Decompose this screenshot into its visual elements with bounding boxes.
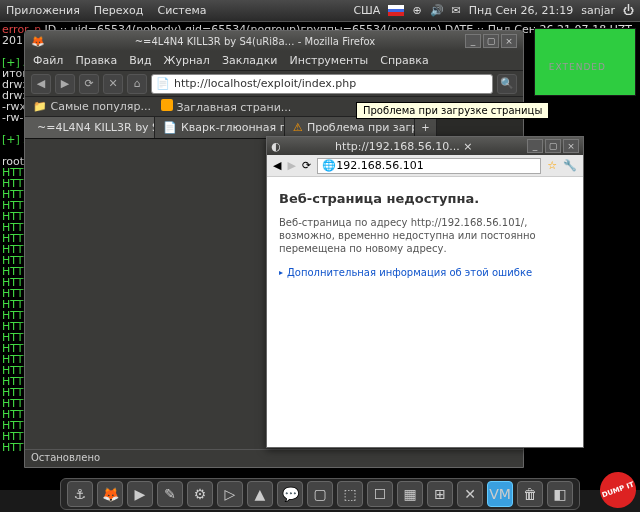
- dock: ⚓ 🦊 ▶ ✎ ⚙ ▷ ▲ 💬 ▢ ⬚ ☐ ▦ ⊞ ✕ VM 🗑 ◧: [60, 478, 580, 510]
- forward-button[interactable]: ▶: [55, 74, 75, 94]
- tooltip: Проблема при загрузке страницы: [356, 102, 549, 119]
- error-heading: Веб-страница недоступна.: [279, 191, 571, 206]
- dock-anchor-icon[interactable]: ⚓: [67, 481, 93, 507]
- window-title: http://192.168.56.10... ×: [281, 140, 527, 153]
- chromium-toolbar: ◀ ▶ ⟳ 🌐 192.168.56.101 ☆ 🔧: [267, 155, 583, 177]
- back-button[interactable]: ◀: [273, 159, 281, 172]
- clock[interactable]: Пнд Сен 26, 21:19: [469, 4, 573, 17]
- more-info-link[interactable]: Дополнительная информация об этой ошибке: [279, 267, 571, 278]
- status-bar: Остановлено: [25, 449, 523, 467]
- dock-app-icon[interactable]: ⬚: [337, 481, 363, 507]
- favicon: 📄: [156, 77, 170, 90]
- power-icon[interactable]: ⏻: [623, 4, 634, 17]
- network-icon[interactable]: ⊕: [412, 4, 421, 17]
- dock-app-icon[interactable]: ▶: [127, 481, 153, 507]
- dock-terminal-icon[interactable]: ▢: [307, 481, 333, 507]
- window-title: ~=4L4N4 KILL3R by S4(uRi8a… - Mozilla Fi…: [45, 36, 465, 47]
- home-button[interactable]: ⌂: [127, 74, 147, 94]
- url-text: http://localhost/exploit/index.php: [174, 77, 356, 90]
- user-menu[interactable]: sanjar: [581, 4, 615, 17]
- chromium-icon: ◐: [271, 140, 281, 153]
- close-button[interactable]: ×: [563, 139, 579, 153]
- dock-app-icon[interactable]: ⊞: [427, 481, 453, 507]
- extended-label: EXTENDED: [549, 62, 606, 72]
- globe-icon: 🌐: [322, 159, 336, 172]
- error-message: Веб-страница по адресу http://192.168.56…: [279, 216, 571, 255]
- menu-item[interactable]: Файл: [33, 54, 63, 67]
- omnibox[interactable]: 🌐 192.168.56.101: [317, 158, 541, 174]
- menu-item[interactable]: Инструменты: [290, 54, 369, 67]
- menu-system[interactable]: Система: [157, 4, 206, 17]
- close-button[interactable]: ×: [501, 34, 517, 48]
- tab[interactable]: ⚠Проблема при загрузке с...×: [285, 117, 415, 138]
- maximize-button[interactable]: ▢: [545, 139, 561, 153]
- dock-app-icon[interactable]: ◧: [547, 481, 573, 507]
- bookmark-star-icon[interactable]: ☆: [547, 159, 557, 172]
- dock-app-icon[interactable]: ☐: [367, 481, 393, 507]
- warning-icon: ⚠: [293, 121, 303, 134]
- chromium-window: ◐ http://192.168.56.10... × _ ▢ × ◀ ▶ ⟳ …: [266, 136, 584, 448]
- dock-app-icon[interactable]: ⚙: [187, 481, 213, 507]
- dock-play-icon[interactable]: ▷: [217, 481, 243, 507]
- firefox-icon: 🦊: [31, 35, 45, 48]
- minimize-button[interactable]: _: [527, 139, 543, 153]
- stop-button[interactable]: ✕: [103, 74, 123, 94]
- menu-item[interactable]: Правка: [75, 54, 117, 67]
- minimize-button[interactable]: _: [465, 34, 481, 48]
- search-button[interactable]: 🔍: [497, 74, 517, 94]
- dock-firefox-icon[interactable]: 🦊: [97, 481, 123, 507]
- menu-item[interactable]: Закладки: [222, 54, 278, 67]
- tab-favicon: 📄: [163, 121, 177, 134]
- menu-item[interactable]: Вид: [129, 54, 151, 67]
- maximize-button[interactable]: ▢: [483, 34, 499, 48]
- menu-item[interactable]: Журнал: [164, 54, 210, 67]
- menu-item[interactable]: Справка: [380, 54, 428, 67]
- dock-vlc-icon[interactable]: ▲: [247, 481, 273, 507]
- url-bar[interactable]: 📄 http://localhost/exploit/index.php: [151, 74, 493, 94]
- dock-trash-icon[interactable]: 🗑: [517, 481, 543, 507]
- new-tab-button[interactable]: +: [415, 117, 437, 138]
- menu-go[interactable]: Переход: [94, 4, 144, 17]
- volume-icon[interactable]: 🔊: [430, 4, 444, 17]
- error-page: Веб-страница недоступна. Веб-страница по…: [267, 177, 583, 292]
- dock-chat-icon[interactable]: 💬: [277, 481, 303, 507]
- firefox-navbar: ◀ ▶ ⟳ ✕ ⌂ 📄 http://localhost/exploit/ind…: [25, 71, 523, 97]
- firefox-titlebar[interactable]: 🦊 ~=4L4N4 KILL3R by S4(uRi8a… - Mozilla …: [25, 31, 523, 51]
- forward-button[interactable]: ▶: [287, 159, 295, 172]
- dock-app-icon[interactable]: ✎: [157, 481, 183, 507]
- tab[interactable]: ~=4L4N4 KILL3R by S4(uR...×: [25, 117, 155, 138]
- bookmark-item[interactable]: 📁 Самые популяр...: [33, 100, 151, 113]
- gnome-panel: Приложения Переход Система США ⊕ 🔊 ✉ Пнд…: [0, 0, 640, 22]
- back-button[interactable]: ◀: [31, 74, 51, 94]
- bookmark-item[interactable]: Заглавная страни...: [161, 99, 291, 114]
- mail-icon[interactable]: ✉: [452, 4, 461, 17]
- menu-apps[interactable]: Приложения: [6, 4, 80, 17]
- tab[interactable]: 📄Кварк-глюонная плазма ...×: [155, 117, 285, 138]
- dock-app-icon[interactable]: ✕: [457, 481, 483, 507]
- reload-button[interactable]: ⟳: [79, 74, 99, 94]
- dock-vm-icon[interactable]: VM: [487, 481, 513, 507]
- chromium-titlebar[interactable]: ◐ http://192.168.56.10... × _ ▢ ×: [267, 137, 583, 155]
- firefox-menubar: ФайлПравкаВидЖурналЗакладкиИнструментыСп…: [25, 51, 523, 71]
- flag-icon: [388, 5, 404, 16]
- reload-button[interactable]: ⟳: [302, 159, 311, 172]
- wrench-icon[interactable]: 🔧: [563, 159, 577, 172]
- keyboard-layout[interactable]: США: [353, 4, 380, 17]
- dock-app-icon[interactable]: ▦: [397, 481, 423, 507]
